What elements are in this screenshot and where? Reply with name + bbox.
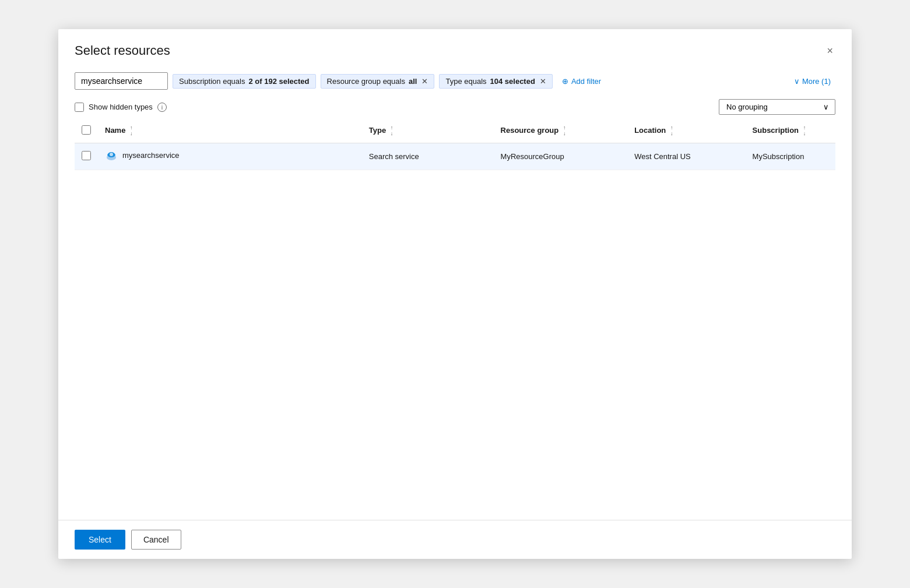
close-button[interactable]: × xyxy=(824,43,835,58)
dialog-footer: Select Cancel xyxy=(58,520,852,559)
grouping-dropdown[interactable]: No grouping ∨ xyxy=(719,99,835,115)
more-label: More (1) xyxy=(802,77,831,86)
table-header-row: Name ↑ ↓ Type ↑ ↓ Resour xyxy=(75,119,835,143)
sort-down-icon: ↓ xyxy=(563,131,566,137)
name-sort-icons: ↑ ↓ xyxy=(130,125,133,137)
chip-value: all xyxy=(409,77,417,86)
add-filter-label: Add filter xyxy=(571,77,601,86)
col-type-label: Type xyxy=(369,126,386,135)
col-loc-label: Location xyxy=(634,126,666,135)
sub-sort-icons: ↑ ↓ xyxy=(803,125,806,137)
info-icon: i xyxy=(157,103,167,112)
sort-down-icon: ↓ xyxy=(670,131,673,137)
select-all-header[interactable] xyxy=(75,119,98,143)
add-filter-icon: ⊕ xyxy=(562,77,568,86)
col-header-type[interactable]: Type ↑ ↓ xyxy=(362,119,494,143)
chip-prefix: Type equals xyxy=(445,77,486,86)
show-hidden-label[interactable]: Show hidden types i xyxy=(75,103,167,112)
sort-down-icon: ↓ xyxy=(130,131,133,137)
col-header-location[interactable]: Location ↑ ↓ xyxy=(627,119,745,143)
select-button[interactable]: Select xyxy=(75,530,125,550)
table-row[interactable]: mysearchservice Search serviceMyResource… xyxy=(75,143,835,170)
col-name-label: Name xyxy=(105,126,125,135)
row-location-cell: West Central US xyxy=(627,143,745,170)
filter-row: Subscription equals 2 of 192 selected Re… xyxy=(58,68,852,94)
chip-prefix: Resource group equals xyxy=(327,77,405,86)
resources-table-container: Name ↑ ↓ Type ↑ ↓ Resour xyxy=(58,119,852,520)
search-input[interactable] xyxy=(75,72,168,90)
col-rg-label: Resource group xyxy=(501,126,559,135)
type-sort-icons: ↑ ↓ xyxy=(391,125,393,137)
add-filter-button[interactable]: ⊕ Add filter xyxy=(557,75,606,88)
type-filter-chip[interactable]: Type equals 104 selected ✕ xyxy=(439,74,552,89)
more-button[interactable]: ∨ More (1) xyxy=(789,75,835,88)
sort-down-icon: ↓ xyxy=(391,131,393,137)
col-header-resource-group[interactable]: Resource group ↑ ↓ xyxy=(494,119,628,143)
resource-group-chip-close[interactable]: ✕ xyxy=(421,77,428,86)
type-chip-close[interactable]: ✕ xyxy=(540,77,546,86)
select-resources-dialog: Select resources × Subscription equals 2… xyxy=(58,29,852,559)
col-header-name[interactable]: Name ↑ ↓ xyxy=(98,119,362,143)
dialog-title: Select resources xyxy=(75,43,170,58)
options-row: Show hidden types i No grouping ∨ xyxy=(58,94,852,119)
show-hidden-checkbox[interactable] xyxy=(75,103,84,112)
subscription-filter-chip[interactable]: Subscription equals 2 of 192 selected xyxy=(173,74,316,89)
resources-table: Name ↑ ↓ Type ↑ ↓ Resour xyxy=(75,119,835,170)
grouping-label: No grouping xyxy=(726,103,768,111)
resource-group-filter-chip[interactable]: Resource group equals all ✕ xyxy=(321,74,435,89)
col-header-subscription[interactable]: Subscription ↑ ↓ xyxy=(746,119,835,143)
row-resource-group-cell: MyResourceGroup xyxy=(494,143,628,170)
row-select-checkbox[interactable] xyxy=(82,151,91,160)
col-sub-label: Subscription xyxy=(753,126,799,135)
row-subscription-cell: MySubscription xyxy=(746,143,835,170)
row-checkbox-cell[interactable] xyxy=(75,143,98,170)
svg-point-1 xyxy=(110,153,113,156)
rg-sort-icons: ↑ ↓ xyxy=(563,125,566,137)
chip-value: 2 of 192 selected xyxy=(248,77,309,86)
select-all-checkbox[interactable] xyxy=(82,125,91,135)
row-name-text: mysearchservice xyxy=(122,151,180,160)
chevron-down-icon: ∨ xyxy=(794,77,800,86)
chip-value: 104 selected xyxy=(490,77,535,86)
chevron-down-icon: ∨ xyxy=(823,103,829,111)
loc-sort-icons: ↑ ↓ xyxy=(670,125,673,137)
cancel-button[interactable]: Cancel xyxy=(131,530,181,550)
show-hidden-text: Show hidden types xyxy=(89,103,153,111)
dialog-header: Select resources × xyxy=(58,29,852,68)
sort-down-icon: ↓ xyxy=(803,131,806,137)
row-name-cell: mysearchservice xyxy=(98,143,362,170)
chip-prefix: Subscription equals xyxy=(179,77,245,86)
search-service-icon xyxy=(105,149,118,162)
row-type-cell: Search service xyxy=(362,143,494,170)
